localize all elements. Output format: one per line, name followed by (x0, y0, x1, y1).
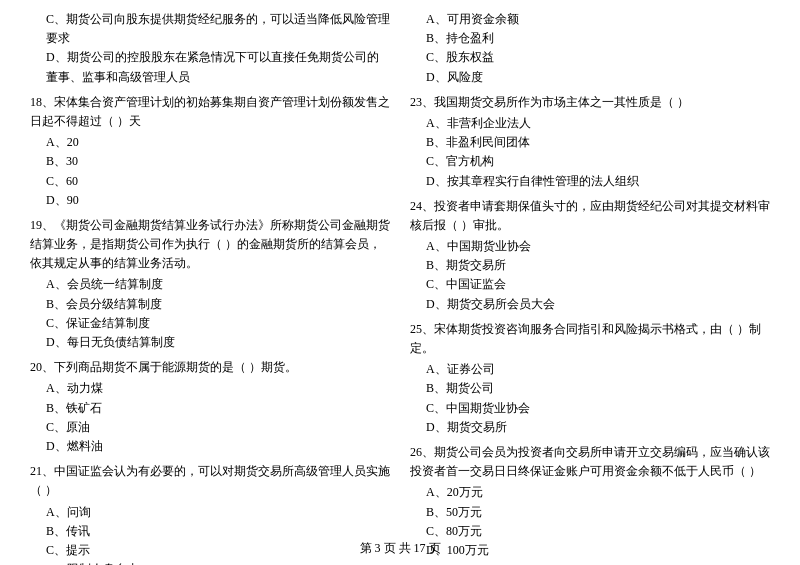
option-c-text: C、期货公司向股东提供期货经纪服务的，可以适当降低风险管理要求 (30, 10, 390, 48)
q26-opt-a: A、20万元 (410, 483, 770, 502)
q25-opt-a: A、证券公司 (410, 360, 770, 379)
q18-opt-a: A、20 (30, 133, 390, 152)
q23-opt-c: C、官方机构 (410, 152, 770, 171)
q24-opt-d: D、期货交易所会员大会 (410, 295, 770, 314)
q19-opt-c: C、保证金结算制度 (30, 314, 390, 333)
opt-c-line: C、股东权益 (410, 48, 770, 67)
q23-opt-b: B、非盈利民间团体 (410, 133, 770, 152)
q23-text: 23、我国期货交易所作为市场主体之一其性质是（ ） (410, 93, 770, 112)
q25-opt-b: B、期货公司 (410, 379, 770, 398)
page-footer: 第 3 页 共 17 页 (0, 540, 800, 557)
q20-opt-a: A、动力煤 (30, 379, 390, 398)
q23-opt-d: D、按其章程实行自律性管理的法人组织 (410, 172, 770, 191)
q20-text: 20、下列商品期货不属于能源期货的是（ ）期货。 (30, 358, 390, 377)
q24-text: 24、投资者申请套期保值头寸的，应由期货经纪公司对其提交材料审核后报（ ）审批。 (410, 197, 770, 235)
right-column: A、可用资金余额 B、持仓盈利 C、股东权益 D、风险度 23、我国期货交易所作… (400, 10, 770, 565)
question-23: 23、我国期货交易所作为市场主体之一其性质是（ ） A、非营利企业法人 B、非盈… (410, 93, 770, 191)
q24-opt-c: C、中国证监会 (410, 275, 770, 294)
question-19: 19、《期货公司金融期货结算业务试行办法》所称期货公司金融期货结算业务，是指期货… (30, 216, 390, 352)
q18-opt-d: D、90 (30, 191, 390, 210)
opt-a-line: A、可用资金余额 (410, 10, 770, 29)
q21-opt-d: D、限制人身自由 (30, 560, 390, 565)
q26-text: 26、期货公司会员为投资者向交易所申请开立交易编码，应当确认该投资者首一交易日日… (410, 443, 770, 481)
question-20: 20、下列商品期货不属于能源期货的是（ ）期货。 A、动力煤 B、铁矿石 C、原… (30, 358, 390, 456)
q21-opt-a: A、问询 (30, 503, 390, 522)
q21-text: 21、中国证监会认为有必要的，可以对期货交易所高级管理人员实施（ ） (30, 462, 390, 500)
q20-opt-b: B、铁矿石 (30, 399, 390, 418)
q19-opt-d: D、每日无负债结算制度 (30, 333, 390, 352)
q26-opt-c: C、80万元 (410, 522, 770, 541)
q25-opt-c: C、中国期货业协会 (410, 399, 770, 418)
q25-text: 25、宋体期货投资咨询服务合同指引和风险揭示书格式，由（ ）制定。 (410, 320, 770, 358)
q18-text: 18、宋体集合资产管理计划的初始募集期自资产管理计划份额发售之日起不得超过（ ）… (30, 93, 390, 131)
page-number: 第 3 页 共 17 页 (360, 541, 441, 555)
question-18: 18、宋体集合资产管理计划的初始募集期自资产管理计划份额发售之日起不得超过（ ）… (30, 93, 390, 210)
option-d-text: D、期货公司的控股股东在紧急情况下可以直接任免期货公司的董事、监事和高级管理人员 (30, 48, 390, 86)
q21-opt-b: B、传讯 (30, 522, 390, 541)
q-options-continued: A、可用资金余额 B、持仓盈利 C、股东权益 D、风险度 (410, 10, 770, 87)
content-area: C、期货公司向股东提供期货经纪服务的，可以适当降低风险管理要求 D、期货公司的控… (30, 10, 770, 565)
q26-opt-b: B、50万元 (410, 503, 770, 522)
question-24: 24、投资者申请套期保值头寸的，应由期货经纪公司对其提交材料审核后报（ ）审批。… (410, 197, 770, 314)
opt-b-line: B、持仓盈利 (410, 29, 770, 48)
q-c-continued: C、期货公司向股东提供期货经纪服务的，可以适当降低风险管理要求 D、期货公司的控… (30, 10, 390, 87)
q19-opt-a: A、会员统一结算制度 (30, 275, 390, 294)
q19-text: 19、《期货公司金融期货结算业务试行办法》所称期货公司金融期货结算业务，是指期货… (30, 216, 390, 274)
opt-d-line: D、风险度 (410, 68, 770, 87)
q23-opt-a: A、非营利企业法人 (410, 114, 770, 133)
q24-opt-b: B、期货交易所 (410, 256, 770, 275)
q18-opt-c: C、60 (30, 172, 390, 191)
q19-opt-b: B、会员分级结算制度 (30, 295, 390, 314)
page-container: C、期货公司向股东提供期货经纪服务的，可以适当降低风险管理要求 D、期货公司的控… (0, 0, 800, 565)
question-25: 25、宋体期货投资咨询服务合同指引和风险揭示书格式，由（ ）制定。 A、证券公司… (410, 320, 770, 437)
q18-opt-b: B、30 (30, 152, 390, 171)
q24-opt-a: A、中国期货业协会 (410, 237, 770, 256)
q25-opt-d: D、期货交易所 (410, 418, 770, 437)
q20-opt-d: D、燃料油 (30, 437, 390, 456)
q20-opt-c: C、原油 (30, 418, 390, 437)
left-column: C、期货公司向股东提供期货经纪服务的，可以适当降低风险管理要求 D、期货公司的控… (30, 10, 400, 565)
